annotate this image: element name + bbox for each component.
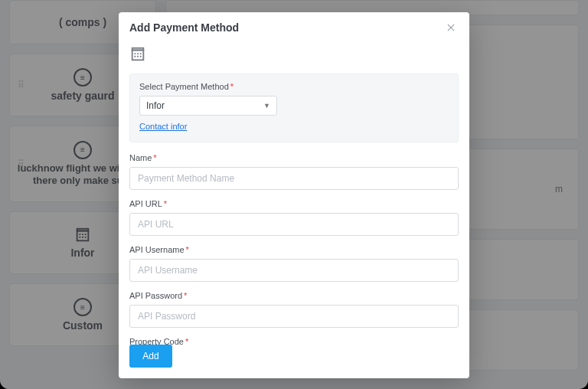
contact-infor-link[interactable]: Contact infor [139, 122, 187, 131]
select-payment-method-label: Select Payment Method* [139, 82, 449, 91]
building-icon [129, 46, 146, 63]
label-text: Name [129, 153, 152, 162]
property-code-label: Property Code* [129, 337, 459, 345]
svg-rect-11 [132, 48, 144, 51]
api-username-field-group: API Username* [129, 245, 459, 282]
modal-footer: Add [119, 345, 469, 378]
api-password-field-group: API Password* [129, 291, 459, 328]
close-icon[interactable] [443, 20, 459, 35]
required-star: * [185, 337, 188, 345]
name-label: Name* [129, 153, 459, 162]
api-username-input[interactable] [129, 259, 459, 282]
label-text: API Password [129, 291, 182, 300]
add-button[interactable]: Add [129, 345, 172, 368]
add-payment-method-modal: Add Payment Method Select Payment Method… [119, 12, 469, 378]
api-password-input[interactable] [129, 305, 459, 328]
svg-rect-10 [132, 51, 144, 60]
modal-overlay[interactable]: Add Payment Method Select Payment Method… [0, 0, 588, 389]
api-url-label: API URL* [129, 199, 459, 208]
select-panel: Select Payment Method* Infor ▼ Contact i… [129, 74, 459, 142]
top-icon-row [129, 43, 459, 74]
required-star: * [186, 245, 189, 254]
api-password-label: API Password* [129, 291, 459, 300]
payment-method-select[interactable]: Infor ▼ [139, 96, 277, 116]
select-value: Infor [146, 100, 165, 111]
modal-header: Add Payment Method [119, 12, 469, 43]
api-url-input[interactable] [129, 213, 459, 236]
name-field-group: Name* [129, 153, 459, 190]
api-url-field-group: API URL* [129, 199, 459, 236]
label-text: API URL [129, 199, 162, 208]
label-text: API Username [129, 245, 185, 254]
name-input[interactable] [129, 167, 459, 190]
modal-body: Select Payment Method* Infor ▼ Contact i… [119, 43, 469, 345]
required-star: * [230, 82, 234, 91]
label-text: Select Payment Method [139, 82, 229, 91]
required-star: * [164, 199, 167, 208]
required-star: * [153, 153, 156, 162]
property-code-field-group: Property Code* [129, 337, 459, 345]
modal-title: Add Payment Method [129, 21, 239, 34]
chevron-down-icon: ▼ [263, 102, 270, 110]
required-star: * [184, 291, 187, 300]
label-text: Property Code [129, 337, 184, 345]
api-username-label: API Username* [129, 245, 459, 254]
